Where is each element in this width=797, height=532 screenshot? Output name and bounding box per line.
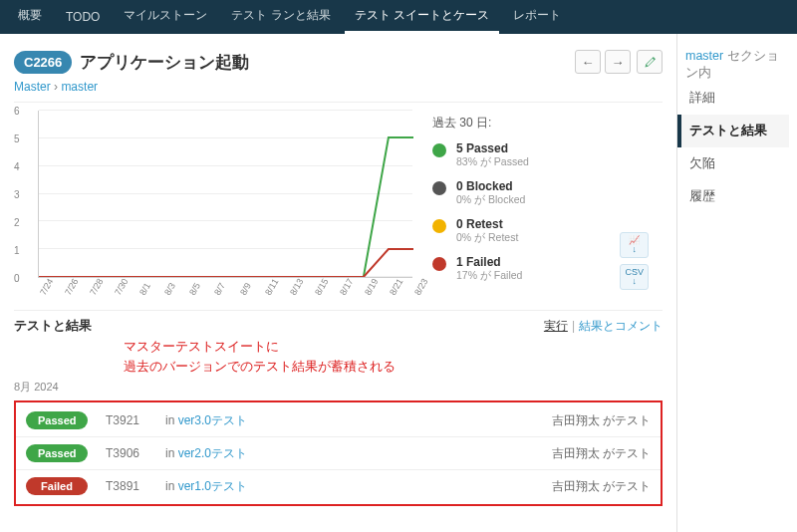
sidebar-master[interactable]: master セクション内 bbox=[685, 48, 789, 82]
tester: 吉田翔太 がテスト bbox=[552, 445, 651, 462]
edit-button[interactable] bbox=[637, 50, 663, 74]
result-row[interactable]: PassedT3921in ver3.0テスト吉田翔太 がテスト bbox=[16, 404, 661, 436]
run-link[interactable]: ver3.0テスト bbox=[178, 413, 247, 427]
nav-tab[interactable]: TODO bbox=[56, 2, 110, 34]
chart-csv-button[interactable]: CSV↓ bbox=[620, 264, 649, 290]
tester: 吉田翔太 がテスト bbox=[552, 412, 651, 429]
legend-dot-icon bbox=[432, 143, 446, 157]
test-id[interactable]: T3921 bbox=[106, 413, 165, 427]
month-heading: 8月 2024 bbox=[14, 380, 663, 395]
run-link[interactable]: 実行 bbox=[544, 319, 568, 333]
nav-tab[interactable]: 概要 bbox=[8, 0, 52, 34]
legend-item: 5 Passed83% が Passed bbox=[432, 141, 529, 169]
status-pill: Passed bbox=[26, 444, 88, 462]
results-comments-link[interactable]: 結果とコメント bbox=[579, 319, 663, 333]
breadcrumb: Master › master bbox=[14, 80, 663, 94]
result-row[interactable]: PassedT3906in ver2.0テスト吉田翔太 がテスト bbox=[16, 436, 661, 469]
tester: 吉田翔太 がテスト bbox=[552, 478, 651, 495]
next-button[interactable]: → bbox=[605, 50, 631, 74]
nav-tab[interactable]: レポート bbox=[503, 0, 571, 34]
chart-box: 01234567/247/267/287/308/18/38/58/78/98/… bbox=[14, 102, 663, 300]
page-title: アプリケーション起動 bbox=[80, 51, 575, 74]
legend-dot-icon bbox=[432, 219, 446, 233]
breadcrumb-master[interactable]: Master bbox=[14, 80, 51, 94]
status-pill: Passed bbox=[26, 411, 88, 429]
top-nav: 概要TODOマイルストーンテスト ランと結果テスト スイートとケースレポート bbox=[0, 0, 797, 34]
breadcrumb-section[interactable]: master bbox=[61, 80, 98, 94]
sidebar-item[interactable]: 履歴 bbox=[685, 180, 789, 213]
legend-dot-icon bbox=[432, 257, 446, 271]
legend-item: 0 Blocked0% が Blocked bbox=[432, 179, 529, 207]
pencil-icon bbox=[644, 56, 657, 69]
chart: 01234567/247/267/287/308/18/38/58/78/98/… bbox=[14, 111, 412, 300]
section-title: テストと結果 bbox=[14, 317, 544, 335]
chart-legend: 過去 30 日: 5 Passed83% が Passed0 Blocked0%… bbox=[432, 111, 529, 300]
prev-button[interactable]: ← bbox=[575, 50, 601, 74]
run-link[interactable]: ver1.0テスト bbox=[178, 479, 247, 493]
title-bar: C2266 アプリケーション起動 ← → bbox=[14, 50, 663, 74]
legend-title: 過去 30 日: bbox=[432, 115, 529, 132]
sidebar-item[interactable]: 欠陥 bbox=[685, 147, 789, 180]
test-id[interactable]: T3906 bbox=[106, 446, 165, 460]
status-pill: Failed bbox=[26, 477, 88, 495]
run-link[interactable]: ver2.0テスト bbox=[178, 446, 247, 460]
legend-item: 1 Failed17% が Failed bbox=[432, 255, 529, 283]
sidebar-item[interactable]: 詳細 bbox=[685, 82, 789, 115]
legend-item: 0 Retest0% が Retest bbox=[432, 217, 529, 245]
sidebar-item[interactable]: テストと結果 bbox=[677, 115, 789, 147]
test-id[interactable]: T3891 bbox=[106, 479, 165, 493]
legend-dot-icon bbox=[432, 181, 446, 195]
result-row[interactable]: FailedT3891in ver1.0テスト吉田翔太 がテスト bbox=[16, 469, 661, 502]
nav-tab[interactable]: テスト ランと結果 bbox=[221, 0, 340, 34]
case-id-badge[interactable]: C2266 bbox=[14, 51, 72, 74]
nav-tab[interactable]: マイルストーン bbox=[114, 0, 217, 34]
sidebar: master セクション内 詳細テストと結果欠陥履歴 bbox=[677, 34, 797, 532]
annotation: マスターテストスイートに 過去のバージョンでのテスト結果が蓄積される bbox=[124, 337, 663, 376]
chart-image-button[interactable]: 📈↓ bbox=[620, 232, 649, 258]
results-list: PassedT3921in ver3.0テスト吉田翔太 がテストPassedT3… bbox=[14, 400, 663, 506]
nav-tab[interactable]: テスト スイートとケース bbox=[345, 0, 499, 34]
